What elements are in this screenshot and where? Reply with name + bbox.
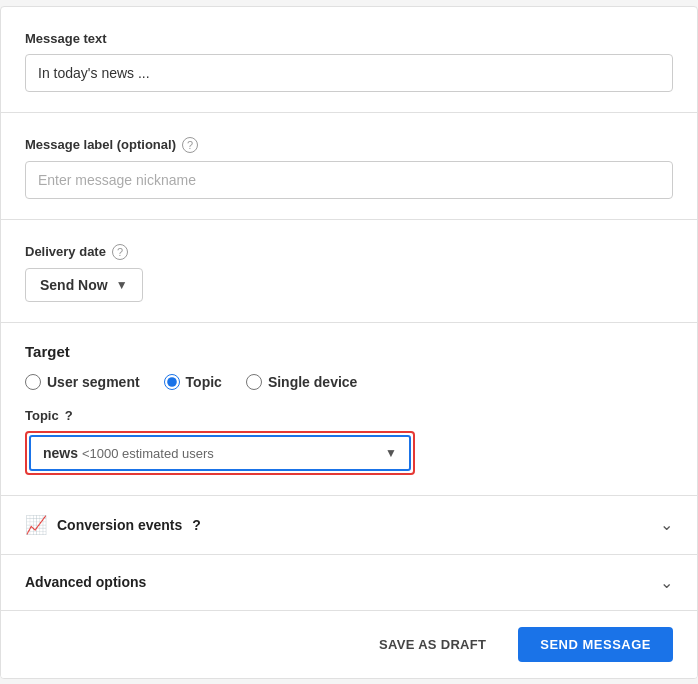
topic-label: Topic ? bbox=[25, 408, 673, 423]
topic-dropdown-arrow-icon: ▼ bbox=[385, 446, 397, 460]
footer: SAVE AS DRAFT SEND MESSAGE bbox=[1, 611, 697, 678]
message-label-label-text: Message label (optional) bbox=[25, 137, 176, 152]
conversion-events-chevron-icon: ⌄ bbox=[660, 515, 673, 534]
conversion-events-help-icon[interactable]: ? bbox=[192, 517, 201, 533]
radio-user-segment-label: User segment bbox=[47, 374, 140, 390]
radio-user-segment[interactable]: User segment bbox=[25, 374, 140, 390]
target-section-title: Target bbox=[25, 343, 673, 360]
message-label-help-icon[interactable]: ? bbox=[182, 137, 198, 153]
advanced-options-title: Advanced options bbox=[25, 574, 146, 590]
message-text-input[interactable] bbox=[25, 54, 673, 92]
radio-topic-label: Topic bbox=[186, 374, 222, 390]
radio-single-device-label: Single device bbox=[268, 374, 357, 390]
delivery-date-help-icon[interactable]: ? bbox=[112, 244, 128, 260]
topic-count-text: <1000 estimated users bbox=[82, 446, 214, 461]
radio-single-device-input[interactable] bbox=[246, 374, 262, 390]
topic-name: news bbox=[43, 445, 78, 461]
advanced-options-chevron-icon: ⌄ bbox=[660, 573, 673, 592]
topic-dropdown-container: news <1000 estimated users ▼ bbox=[25, 431, 415, 475]
save-draft-button[interactable]: SAVE AS DRAFT bbox=[359, 627, 506, 662]
topic-select-value: news <1000 estimated users bbox=[43, 445, 385, 461]
conversion-events-section[interactable]: 📈 Conversion events ? ⌄ bbox=[1, 496, 697, 555]
topic-help-icon[interactable]: ? bbox=[65, 408, 73, 423]
message-text-label-text: Message text bbox=[25, 31, 107, 46]
conversion-events-title: 📈 Conversion events ? bbox=[25, 514, 201, 536]
message-label-input[interactable] bbox=[25, 161, 673, 199]
conversion-events-icon: 📈 bbox=[25, 514, 47, 536]
topic-label-text: Topic bbox=[25, 408, 59, 423]
message-label-label: Message label (optional) ? bbox=[25, 137, 673, 153]
delivery-date-label-text: Delivery date bbox=[25, 244, 106, 259]
target-radio-group: User segment Topic Single device bbox=[25, 374, 673, 390]
delivery-date-dropdown[interactable]: Send Now ▼ bbox=[25, 268, 143, 302]
message-label-section: Message label (optional) ? bbox=[1, 113, 697, 220]
message-text-label: Message text bbox=[25, 31, 673, 46]
topic-dropdown[interactable]: news <1000 estimated users ▼ bbox=[29, 435, 411, 471]
radio-topic-input[interactable] bbox=[164, 374, 180, 390]
advanced-options-section[interactable]: Advanced options ⌄ bbox=[1, 555, 697, 611]
send-message-button[interactable]: SEND MESSAGE bbox=[518, 627, 673, 662]
radio-topic[interactable]: Topic bbox=[164, 374, 222, 390]
delivery-date-arrow-icon: ▼ bbox=[116, 278, 128, 292]
radio-user-segment-input[interactable] bbox=[25, 374, 41, 390]
main-container: Message text Message label (optional) ? … bbox=[0, 6, 698, 679]
conversion-events-label: Conversion events bbox=[57, 517, 182, 533]
delivery-date-section: Delivery date ? Send Now ▼ bbox=[1, 220, 697, 323]
radio-single-device[interactable]: Single device bbox=[246, 374, 357, 390]
advanced-options-label: Advanced options bbox=[25, 574, 146, 590]
target-section: Target User segment Topic Single device … bbox=[1, 323, 697, 496]
message-text-section: Message text bbox=[1, 7, 697, 113]
delivery-date-label: Delivery date ? bbox=[25, 244, 673, 260]
delivery-date-value: Send Now bbox=[40, 277, 108, 293]
